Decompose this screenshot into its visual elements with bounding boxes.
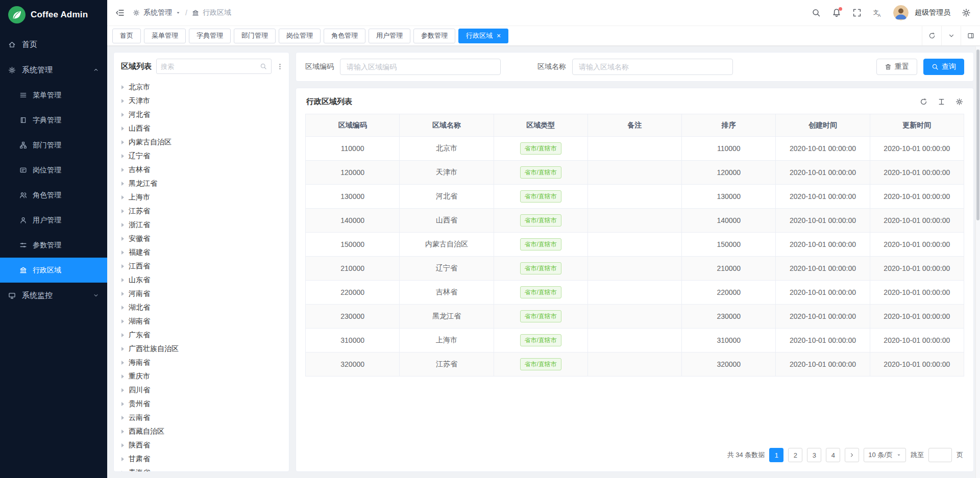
tree-item[interactable]: 江西省 [115,259,289,273]
cell-updated: 2020-10-01 00:00:00 [870,233,964,257]
search-icon [932,63,939,70]
scrollbar-thumb[interactable] [976,49,979,220]
avatar[interactable] [893,5,909,20]
tab-dept-mgmt[interactable]: 部门管理 [234,29,276,43]
cell-updated: 2020-10-01 00:00:00 [870,329,964,353]
sidebar-item-menu-mgmt[interactable]: 菜单管理 [0,83,107,108]
tab-user-mgmt[interactable]: 用户管理 [369,29,410,43]
sidebar-item-region[interactable]: 行政区域 [0,258,107,283]
region-code-input[interactable] [340,59,501,75]
cell-remark [587,233,681,257]
page-scrollbar[interactable] [975,46,980,478]
tree-item[interactable]: 河北省 [115,108,289,121]
tree-item[interactable]: 吉林省 [115,163,289,177]
next-page-button[interactable] [845,448,859,462]
region-type-badge: 省市/直辖市 [520,166,561,179]
tree-item[interactable]: 浙江省 [115,218,289,232]
sidebar-collapse-icon[interactable] [115,8,125,17]
tree-item[interactable]: 重庆市 [115,369,289,383]
tab-region[interactable]: 行政区域× [458,29,508,43]
caret-right-icon [121,416,124,420]
username[interactable]: 超级管理员 [915,8,950,17]
cell-name: 吉林省 [400,281,494,305]
tree-item-label: 黑龙江省 [129,179,157,188]
sidebar-group-system-monitor[interactable]: 系统监控 [0,283,107,308]
sidebar-item-user-mgmt[interactable]: 用户管理 [0,208,107,233]
sidebar-item-dict-mgmt[interactable]: 字典管理 [0,108,107,133]
column-height-icon[interactable] [938,98,945,106]
page-button-2[interactable]: 2 [788,448,802,462]
caret-right-icon [121,209,124,213]
tree-item[interactable]: 西藏自治区 [115,424,289,438]
tree-item[interactable]: 广西壮族自治区 [115,342,289,356]
tab-home[interactable]: 首页 [112,29,141,43]
search-icon[interactable] [812,8,821,17]
sidebar-group-label: 系统管理 [22,65,53,75]
tree-item[interactable]: 江苏省 [115,204,289,218]
tree-item[interactable]: 广东省 [115,328,289,342]
gear-icon[interactable] [955,98,963,106]
tree-item[interactable]: 甘肃省 [115,452,289,466]
page-button-4[interactable]: 4 [826,448,840,462]
sidebar-item-post-mgmt[interactable]: 岗位管理 [0,158,107,183]
tree-item[interactable]: 贵州省 [115,397,289,411]
tree-item[interactable]: 山东省 [115,273,289,287]
region-name-input[interactable] [572,59,733,75]
tab-post-mgmt[interactable]: 岗位管理 [279,29,321,43]
tab-role-mgmt[interactable]: 角色管理 [324,29,365,43]
page-size-select[interactable]: 10 条/页 [864,448,906,462]
tree-item[interactable]: 天津市 [115,94,289,108]
region-type-badge: 省市/直辖市 [520,238,561,250]
tree-item[interactable]: 湖北省 [115,300,289,314]
breadcrumb-level1[interactable]: 系统管理 [143,8,172,17]
tree-item[interactable]: 河南省 [115,287,289,300]
notification-bell-button[interactable] [832,8,841,17]
tree-search-input[interactable] [161,63,260,70]
refresh-icon[interactable] [920,98,927,106]
tree-item[interactable]: 山西省 [115,121,289,135]
tree-item[interactable]: 辽宁省 [115,149,289,163]
tree-item[interactable]: 上海市 [115,190,289,204]
cell-created: 2020-10-01 00:00:00 [776,257,870,281]
tree-item[interactable]: 海南省 [115,356,289,369]
cell-updated: 2020-10-01 00:00:00 [870,137,964,161]
page-button-1[interactable]: 1 [769,448,783,462]
tree-item[interactable]: 青海省 [115,466,289,471]
tree-item-label: 湖北省 [129,303,150,312]
fullscreen-icon[interactable] [852,8,862,17]
tree-item[interactable]: 福建省 [115,245,289,259]
tree-item[interactable]: 陕西省 [115,438,289,452]
reset-button[interactable]: 重置 [876,59,917,75]
tree-item[interactable]: 北京市 [115,80,289,94]
refresh-tabs-button[interactable] [922,26,941,45]
right-column: 区域编码 区域名称 重置 查询 [296,52,974,472]
region-type-badge: 省市/直辖市 [520,358,561,370]
sidebar-item-home[interactable]: 首页 [0,32,107,57]
sidebar-item-param-mgmt[interactable]: 参数管理 [0,233,107,258]
user-icon [19,216,27,224]
tree-item-label: 云南省 [129,413,150,422]
tab-param-mgmt[interactable]: 参数管理 [413,29,455,43]
tree-item[interactable]: 安徽省 [115,232,289,245]
settings-gear-icon[interactable] [962,8,971,17]
tree-item-label: 辽宁省 [129,152,150,161]
jump-page-input[interactable] [928,448,952,462]
tree-search-box[interactable] [156,59,272,74]
tree-item[interactable]: 云南省 [115,411,289,424]
sidebar-item-role-mgmt[interactable]: 角色管理 [0,183,107,208]
tab-actions-button[interactable] [941,26,961,45]
dots-vertical-icon[interactable] [276,63,284,70]
tree-item[interactable]: 黑龙江省 [115,177,289,190]
sidebar-item-dept-mgmt[interactable]: 部门管理 [0,133,107,158]
tab-dict-mgmt[interactable]: 字典管理 [189,29,231,43]
tab-close-icon[interactable]: × [497,32,501,39]
search-button[interactable]: 查询 [923,59,964,75]
sidebar-group-system-mgmt[interactable]: 系统管理 [0,57,107,83]
page-button-3[interactable]: 3 [807,448,821,462]
tree-item[interactable]: 四川省 [115,383,289,397]
layout-panel-button[interactable] [961,26,980,45]
translate-icon[interactable]: 文A [873,8,882,17]
tree-item[interactable]: 湖南省 [115,314,289,328]
tab-menu-mgmt[interactable]: 菜单管理 [144,29,186,43]
tree-item[interactable]: 内蒙古自治区 [115,135,289,149]
